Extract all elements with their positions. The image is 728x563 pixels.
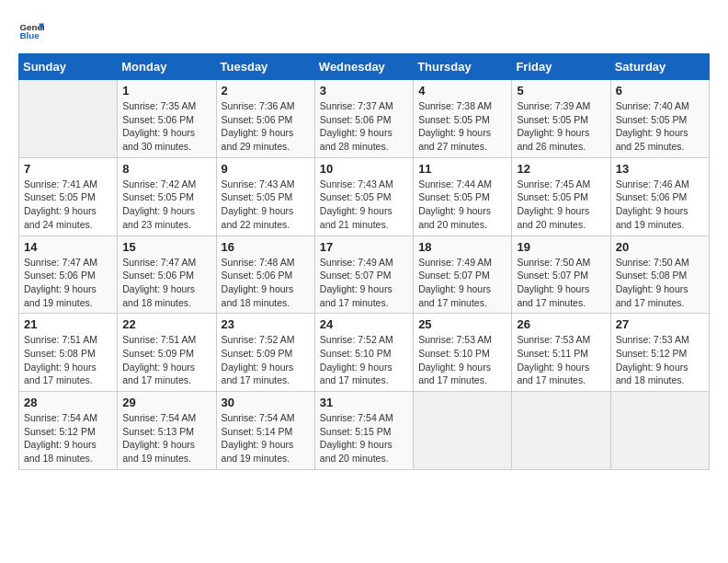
day-info: Sunrise: 7:38 AMSunset: 5:05 PMDaylight:… bbox=[418, 99, 506, 154]
calendar-week-row: 28Sunrise: 7:54 AMSunset: 5:12 PMDayligh… bbox=[19, 392, 710, 470]
day-info: Sunrise: 7:50 AMSunset: 5:08 PMDaylight:… bbox=[616, 256, 704, 310]
day-number: 22 bbox=[122, 317, 210, 331]
day-info: Sunrise: 7:46 AMSunset: 5:06 PMDaylight:… bbox=[616, 178, 704, 232]
calendar-week-row: 21Sunrise: 7:51 AMSunset: 5:08 PMDayligh… bbox=[19, 314, 710, 392]
day-number: 20 bbox=[616, 240, 704, 254]
day-info: Sunrise: 7:53 AMSunset: 5:10 PMDaylight:… bbox=[418, 333, 506, 387]
calendar-cell: 24Sunrise: 7:52 AMSunset: 5:10 PMDayligh… bbox=[314, 314, 413, 392]
day-info: Sunrise: 7:43 AMSunset: 5:05 PMDaylight:… bbox=[222, 178, 310, 232]
day-number: 9 bbox=[222, 162, 310, 176]
calendar-cell: 27Sunrise: 7:53 AMSunset: 5:12 PMDayligh… bbox=[610, 314, 709, 392]
calendar-cell: 23Sunrise: 7:52 AMSunset: 5:09 PMDayligh… bbox=[216, 314, 314, 392]
page-header: General Blue bbox=[18, 18, 710, 44]
calendar-cell: 22Sunrise: 7:51 AMSunset: 5:09 PMDayligh… bbox=[118, 314, 216, 392]
calendar-cell: 29Sunrise: 7:54 AMSunset: 5:13 PMDayligh… bbox=[118, 392, 216, 470]
day-info: Sunrise: 7:37 AMSunset: 5:06 PMDaylight:… bbox=[320, 99, 408, 154]
calendar-cell: 19Sunrise: 7:50 AMSunset: 5:07 PMDayligh… bbox=[512, 236, 610, 314]
day-number: 17 bbox=[320, 240, 408, 254]
day-info: Sunrise: 7:35 AMSunset: 5:06 PMDaylight:… bbox=[122, 99, 210, 154]
day-info: Sunrise: 7:52 AMSunset: 5:10 PMDaylight:… bbox=[320, 333, 408, 387]
day-info: Sunrise: 7:44 AMSunset: 5:05 PMDaylight:… bbox=[418, 178, 506, 232]
calendar-cell: 28Sunrise: 7:54 AMSunset: 5:12 PMDayligh… bbox=[19, 392, 118, 470]
calendar-cell: 20Sunrise: 7:50 AMSunset: 5:08 PMDayligh… bbox=[610, 236, 709, 314]
day-number: 18 bbox=[418, 240, 506, 254]
calendar-cell bbox=[512, 392, 610, 470]
day-info: Sunrise: 7:53 AMSunset: 5:11 PMDaylight:… bbox=[517, 333, 605, 387]
calendar-cell: 16Sunrise: 7:48 AMSunset: 5:06 PMDayligh… bbox=[216, 236, 314, 314]
calendar-cell bbox=[610, 392, 709, 470]
day-info: Sunrise: 7:47 AMSunset: 5:06 PMDaylight:… bbox=[24, 256, 112, 310]
day-number: 8 bbox=[122, 162, 210, 176]
column-header-sunday: Sunday bbox=[19, 54, 118, 80]
day-info: Sunrise: 7:51 AMSunset: 5:09 PMDaylight:… bbox=[122, 333, 210, 387]
calendar-cell: 18Sunrise: 7:49 AMSunset: 5:07 PMDayligh… bbox=[414, 236, 512, 314]
day-info: Sunrise: 7:54 AMSunset: 5:14 PMDaylight:… bbox=[222, 411, 310, 465]
day-info: Sunrise: 7:43 AMSunset: 5:05 PMDaylight:… bbox=[320, 178, 408, 232]
day-info: Sunrise: 7:54 AMSunset: 5:12 PMDaylight:… bbox=[24, 411, 112, 465]
calendar-cell: 10Sunrise: 7:43 AMSunset: 5:05 PMDayligh… bbox=[314, 157, 413, 236]
day-number: 13 bbox=[616, 162, 704, 176]
calendar-cell: 11Sunrise: 7:44 AMSunset: 5:05 PMDayligh… bbox=[414, 157, 512, 236]
column-header-tuesday: Tuesday bbox=[216, 54, 314, 80]
day-number: 6 bbox=[616, 84, 704, 98]
column-header-thursday: Thursday bbox=[414, 54, 512, 80]
day-info: Sunrise: 7:49 AMSunset: 5:07 PMDaylight:… bbox=[320, 256, 408, 310]
calendar-cell: 21Sunrise: 7:51 AMSunset: 5:08 PMDayligh… bbox=[19, 314, 118, 392]
day-number: 31 bbox=[320, 396, 408, 409]
calendar-cell: 12Sunrise: 7:45 AMSunset: 5:05 PMDayligh… bbox=[512, 157, 610, 236]
column-header-saturday: Saturday bbox=[610, 54, 709, 80]
day-info: Sunrise: 7:45 AMSunset: 5:05 PMDaylight:… bbox=[517, 178, 605, 232]
calendar-cell: 17Sunrise: 7:49 AMSunset: 5:07 PMDayligh… bbox=[314, 236, 413, 314]
calendar-header-row: SundayMondayTuesdayWednesdayThursdayFrid… bbox=[19, 54, 710, 80]
calendar-cell: 13Sunrise: 7:46 AMSunset: 5:06 PMDayligh… bbox=[610, 157, 709, 236]
day-number: 15 bbox=[122, 240, 210, 254]
day-info: Sunrise: 7:47 AMSunset: 5:06 PMDaylight:… bbox=[122, 256, 210, 310]
calendar-cell: 4Sunrise: 7:38 AMSunset: 5:05 PMDaylight… bbox=[414, 80, 512, 158]
calendar-cell: 2Sunrise: 7:36 AMSunset: 5:06 PMDaylight… bbox=[216, 80, 314, 158]
day-number: 14 bbox=[24, 240, 112, 254]
day-info: Sunrise: 7:48 AMSunset: 5:06 PMDaylight:… bbox=[222, 256, 310, 310]
day-number: 5 bbox=[517, 84, 605, 98]
calendar-cell: 1Sunrise: 7:35 AMSunset: 5:06 PMDaylight… bbox=[118, 80, 216, 158]
calendar-cell: 26Sunrise: 7:53 AMSunset: 5:11 PMDayligh… bbox=[512, 314, 610, 392]
day-number: 26 bbox=[517, 317, 605, 331]
calendar-week-row: 14Sunrise: 7:47 AMSunset: 5:06 PMDayligh… bbox=[19, 236, 710, 314]
day-number: 3 bbox=[320, 84, 408, 98]
day-info: Sunrise: 7:36 AMSunset: 5:06 PMDaylight:… bbox=[222, 99, 310, 154]
column-header-monday: Monday bbox=[118, 54, 216, 80]
day-number: 28 bbox=[24, 396, 112, 409]
day-number: 7 bbox=[24, 162, 112, 176]
day-number: 10 bbox=[320, 162, 408, 176]
calendar-cell: 31Sunrise: 7:54 AMSunset: 5:15 PMDayligh… bbox=[314, 392, 413, 470]
day-number: 25 bbox=[418, 317, 506, 331]
calendar-cell: 3Sunrise: 7:37 AMSunset: 5:06 PMDaylight… bbox=[314, 80, 413, 158]
day-number: 4 bbox=[418, 84, 506, 98]
day-number: 12 bbox=[517, 162, 605, 176]
day-info: Sunrise: 7:54 AMSunset: 5:13 PMDaylight:… bbox=[122, 411, 210, 465]
calendar-table: SundayMondayTuesdayWednesdayThursdayFrid… bbox=[18, 53, 710, 470]
calendar-cell: 5Sunrise: 7:39 AMSunset: 5:05 PMDaylight… bbox=[512, 80, 610, 158]
logo-icon: General Blue bbox=[18, 18, 44, 44]
logo: General Blue bbox=[18, 18, 44, 44]
calendar-cell: 25Sunrise: 7:53 AMSunset: 5:10 PMDayligh… bbox=[414, 314, 512, 392]
calendar-cell: 30Sunrise: 7:54 AMSunset: 5:14 PMDayligh… bbox=[216, 392, 314, 470]
calendar-cell: 6Sunrise: 7:40 AMSunset: 5:05 PMDaylight… bbox=[610, 80, 709, 158]
calendar-cell: 7Sunrise: 7:41 AMSunset: 5:05 PMDaylight… bbox=[19, 157, 118, 236]
calendar-week-row: 7Sunrise: 7:41 AMSunset: 5:05 PMDaylight… bbox=[19, 157, 710, 236]
day-number: 11 bbox=[418, 162, 506, 176]
calendar-cell: 9Sunrise: 7:43 AMSunset: 5:05 PMDaylight… bbox=[216, 157, 314, 236]
calendar-cell bbox=[19, 80, 118, 158]
calendar-cell: 15Sunrise: 7:47 AMSunset: 5:06 PMDayligh… bbox=[118, 236, 216, 314]
day-number: 30 bbox=[222, 396, 310, 409]
day-info: Sunrise: 7:53 AMSunset: 5:12 PMDaylight:… bbox=[616, 333, 704, 387]
svg-text:Blue: Blue bbox=[19, 30, 40, 40]
day-number: 21 bbox=[24, 317, 112, 331]
day-number: 29 bbox=[122, 396, 210, 409]
day-info: Sunrise: 7:51 AMSunset: 5:08 PMDaylight:… bbox=[24, 333, 112, 387]
day-number: 19 bbox=[517, 240, 605, 254]
day-number: 1 bbox=[122, 84, 210, 98]
day-info: Sunrise: 7:41 AMSunset: 5:05 PMDaylight:… bbox=[24, 178, 112, 232]
day-info: Sunrise: 7:50 AMSunset: 5:07 PMDaylight:… bbox=[517, 256, 605, 310]
calendar-cell: 14Sunrise: 7:47 AMSunset: 5:06 PMDayligh… bbox=[19, 236, 118, 314]
column-header-friday: Friday bbox=[512, 54, 610, 80]
